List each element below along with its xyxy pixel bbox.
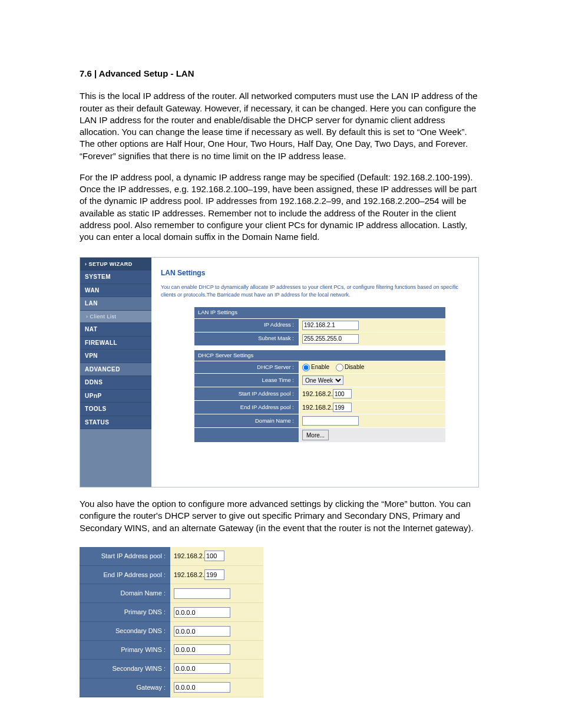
nav-advanced[interactable]: ADVANCED bbox=[80, 363, 151, 377]
settings-table: LAN IP Settings IP Address : Subnet Mask… bbox=[194, 307, 446, 443]
nav-ddns[interactable]: DDNS bbox=[80, 376, 151, 390]
label-domain-name-2: Domain Name : bbox=[80, 584, 170, 603]
nav-nat[interactable]: NAT bbox=[80, 323, 151, 337]
router-ui-screenshot: ›SETUP WIZARD SYSTEM WAN LAN › Client Li… bbox=[80, 257, 479, 487]
nav-status[interactable]: STATUS bbox=[80, 416, 151, 430]
end-pool-prefix: 192.168.2. bbox=[302, 404, 333, 411]
primary-dns-input[interactable] bbox=[174, 607, 230, 618]
chevron-right-icon: › bbox=[85, 261, 87, 267]
subnet-mask-input[interactable] bbox=[302, 334, 359, 344]
nav-wan[interactable]: WAN bbox=[80, 284, 151, 298]
paragraph-2: For the IP address pool, a dynamic IP ad… bbox=[80, 172, 482, 243]
label-start-pool-2: Start IP Address pool : bbox=[80, 547, 170, 566]
ip-address-input[interactable] bbox=[302, 321, 359, 330]
start-pool-prefix: 192.168.2. bbox=[302, 390, 333, 397]
nav-vpn[interactable]: VPN bbox=[80, 350, 151, 363]
paragraph-1: This is the local IP address of the rout… bbox=[80, 90, 482, 162]
nav-firewall[interactable]: FIREWALL bbox=[80, 337, 151, 350]
lease-time-select[interactable]: One Week bbox=[302, 375, 343, 385]
label-subnet-mask: Subnet Mask : bbox=[194, 332, 299, 345]
dhcp-enable-radio[interactable] bbox=[302, 364, 310, 371]
end-pool-input[interactable] bbox=[333, 403, 352, 412]
nav-tools[interactable]: TOOLS bbox=[80, 403, 151, 416]
label-start-pool: Start IP Address pool : bbox=[194, 387, 299, 400]
sidebar: ›SETUP WIZARD SYSTEM WAN LAN › Client Li… bbox=[80, 258, 151, 487]
paragraph-3: You also have the option to configure mo… bbox=[80, 498, 482, 534]
section-dhcp: DHCP Server Settings bbox=[194, 350, 445, 361]
expanded-settings-table: Start IP Address pool : 192.168.2. End I… bbox=[80, 547, 263, 697]
dhcp-enable-label: Enable bbox=[311, 364, 329, 370]
page-description: You can enable DHCP to dynamically alloc… bbox=[161, 284, 477, 298]
label-dhcp-server: DHCP Server : bbox=[194, 361, 299, 373]
label-ip-address: IP Address : bbox=[194, 319, 299, 332]
start-pool-prefix-2: 192.168.2. bbox=[174, 552, 204, 559]
start-pool-input-2[interactable] bbox=[204, 551, 224, 561]
gateway-input[interactable] bbox=[174, 682, 230, 693]
domain-name-input[interactable] bbox=[302, 416, 359, 426]
label-primary-wins: Primary WINS : bbox=[80, 641, 170, 660]
primary-wins-input[interactable] bbox=[174, 644, 230, 655]
nav-lan[interactable]: LAN bbox=[80, 297, 151, 311]
label-end-pool-2: End IP Address pool : bbox=[80, 566, 170, 585]
label-lease-time: Lease Time : bbox=[194, 374, 299, 387]
label-gateway: Gateway : bbox=[80, 678, 170, 697]
label-domain-name: Domain Name : bbox=[194, 414, 299, 427]
label-secondary-dns: Secondary DNS : bbox=[80, 622, 170, 641]
secondary-wins-input[interactable] bbox=[174, 663, 230, 674]
label-more bbox=[194, 428, 299, 442]
label-primary-dns: Primary DNS : bbox=[80, 603, 170, 622]
nav-system[interactable]: SYSTEM bbox=[80, 271, 151, 284]
nav-setup-wizard[interactable]: ›SETUP WIZARD bbox=[80, 258, 151, 271]
nav-filler bbox=[80, 429, 151, 487]
dhcp-disable-radio[interactable] bbox=[336, 364, 343, 371]
secondary-dns-input[interactable] bbox=[174, 626, 230, 637]
nav-client-list[interactable]: › Client List bbox=[80, 311, 151, 323]
start-pool-input[interactable] bbox=[333, 389, 352, 398]
section-lan-ip: LAN IP Settings bbox=[194, 307, 445, 318]
content-pane: LAN Settings You can enable DHCP to dyna… bbox=[151, 258, 477, 450]
label-secondary-wins: Secondary WINS : bbox=[80, 660, 170, 678]
end-pool-prefix-2: 192.168.2. bbox=[174, 571, 204, 578]
end-pool-input-2[interactable] bbox=[204, 569, 224, 580]
page-title: LAN Settings bbox=[161, 268, 477, 278]
label-end-pool: End IP Address pool : bbox=[194, 401, 299, 414]
more-button[interactable]: More... bbox=[302, 430, 329, 440]
domain-name-input-2[interactable] bbox=[174, 588, 230, 599]
section-heading: 7.6 | Advanced Setup - LAN bbox=[80, 68, 482, 80]
dhcp-disable-label: Disable bbox=[345, 364, 364, 370]
nav-upnp[interactable]: UPnP bbox=[80, 390, 151, 403]
